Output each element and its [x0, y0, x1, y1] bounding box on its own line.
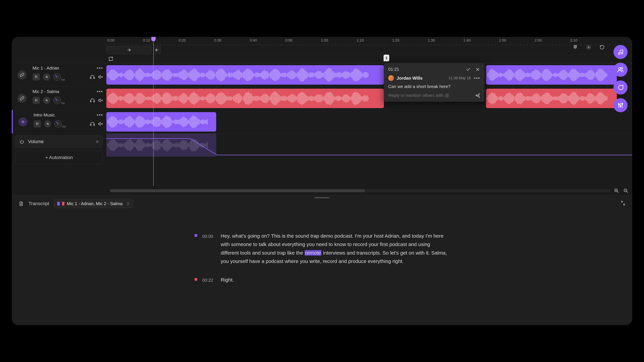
headphones-icon[interactable] — [90, 98, 95, 103]
time-ruler[interactable]: 0:000:100:200:300:400:501:001:101:201:30… — [106, 37, 632, 45]
rail-people-button[interactable] — [614, 63, 628, 77]
transcript-entry[interactable]: 00:00Hey, what's going on? This is the s… — [194, 232, 450, 266]
right-rail — [614, 45, 628, 112]
transcript-track-selector[interactable]: Mic 1 - Adrian, Mic 2 - Salma — [54, 199, 133, 208]
track-header-mic2[interactable]: Mic 2 - Salma ••• R Vol — [12, 86, 106, 110]
clip-lane-2[interactable] — [106, 86, 632, 110]
audio-clip[interactable] — [106, 112, 216, 132]
fx-icon[interactable] — [43, 97, 50, 104]
speaker-dot — [194, 278, 197, 281]
transcript-track-label: Mic 1 - Adrian, Mic 2 - Salma — [67, 201, 122, 206]
mute-icon[interactable] — [98, 121, 103, 126]
svg-point-5 — [618, 104, 620, 105]
markers-row[interactable] — [106, 45, 632, 55]
rail-music-button[interactable] — [614, 45, 628, 59]
ruler-tick: 1:30 — [428, 38, 435, 42]
check-icon[interactable] — [466, 67, 471, 72]
track-sidebar: Mic 1 - Adrian ••• R Vol — [12, 37, 106, 186]
record-arm-button[interactable]: R — [34, 120, 41, 128]
app-window: Mic 1 - Adrian ••• R Vol — [12, 37, 632, 325]
ruler-tick: 2:00 — [535, 38, 542, 42]
audio-clip[interactable] — [486, 89, 617, 108]
speaker-dot — [194, 234, 197, 237]
rail-mixer-button[interactable] — [614, 98, 628, 112]
marker-in-button[interactable] — [106, 46, 152, 54]
transcript-highlight[interactable]: remote — [304, 250, 322, 256]
track-menu-icon[interactable]: ••• — [96, 112, 103, 118]
comment-body: Can we add a short break here? — [388, 84, 480, 89]
link-icon[interactable] — [18, 70, 26, 79]
record-arm-button[interactable]: R — [32, 97, 40, 104]
zoom-in-icon[interactable] — [614, 188, 620, 194]
magnet-icon[interactable] — [572, 44, 578, 51]
ruler-tick: 1:40 — [464, 38, 470, 42]
ruler-tick: 2:10 — [570, 38, 578, 42]
close-icon[interactable]: × — [96, 139, 99, 144]
add-automation-button[interactable]: + Automation — [16, 151, 103, 164]
audio-clip[interactable] — [486, 65, 617, 85]
svg-point-3 — [618, 67, 621, 70]
volume-knob[interactable] — [54, 120, 62, 128]
tracks-canvas[interactable]: 0:000:100:200:300:400:501:001:101:201:30… — [106, 37, 632, 186]
headphones-icon[interactable] — [90, 121, 95, 126]
comment-reply-input[interactable] — [388, 93, 475, 98]
swatch-red — [62, 202, 64, 205]
refresh-icon[interactable] — [599, 44, 606, 51]
automation-chip-volume[interactable]: Volume × — [16, 135, 103, 148]
gear-icon[interactable] — [585, 44, 592, 51]
automation-chip-label: Volume — [28, 139, 44, 144]
top-toolbar — [572, 44, 606, 51]
transcript-entry[interactable]: 00:22Right. — [194, 276, 450, 284]
volume-knob[interactable] — [53, 73, 61, 81]
rail-chat-button[interactable] — [614, 80, 628, 94]
track-header-intro[interactable]: Intro Music ••• R Vol — [12, 110, 106, 133]
ruler-tick: 0:40 — [250, 38, 257, 42]
swatch-purple — [57, 202, 60, 205]
track-menu-icon[interactable]: ••• — [96, 65, 103, 71]
timeline-area: Mic 1 - Adrian ••• R Vol — [12, 37, 632, 186]
transcript-text[interactable]: Right. — [221, 276, 450, 284]
fx-icon[interactable] — [44, 120, 51, 128]
svg-point-4 — [621, 67, 623, 69]
comment-marker[interactable]: 1 — [384, 55, 389, 61]
playhead[interactable] — [153, 37, 154, 186]
clip-lane-3[interactable] — [106, 110, 632, 133]
transcript-title: Transcript — [28, 201, 49, 206]
marker-out-button[interactable] — [153, 46, 161, 54]
mute-icon[interactable] — [98, 98, 103, 103]
track-header-mic1[interactable]: Mic 1 - Adrian ••• R Vol — [12, 63, 106, 86]
record-arm-button[interactable]: R — [32, 73, 40, 81]
comment-timestamp: 01:21 — [388, 67, 399, 72]
fx-icon[interactable] — [43, 73, 50, 81]
link-icon[interactable] — [18, 94, 26, 103]
loop-row[interactable] — [106, 55, 632, 63]
power-icon — [19, 139, 24, 144]
comment-author: Jordan Wills — [397, 76, 422, 81]
comment-menu-icon[interactable]: ••• — [474, 75, 480, 81]
horizontal-scrollbar[interactable] — [110, 189, 610, 192]
send-icon[interactable] — [475, 93, 480, 98]
chevron-updown-icon — [126, 202, 130, 205]
volume-knob[interactable] — [53, 97, 61, 104]
track-name: Mic 2 - Salma — [32, 89, 59, 94]
transcript-content[interactable]: 00:00Hey, what's going on? This is the s… — [194, 232, 450, 325]
collapse-icon[interactable] — [620, 201, 626, 206]
track-menu-icon[interactable]: ••• — [96, 89, 103, 94]
clip-lane-1[interactable] — [106, 63, 632, 86]
ruler-tick: 1:00 — [321, 38, 328, 42]
zoom-out-icon[interactable] — [623, 188, 629, 194]
pane-drag-handle[interactable] — [314, 197, 330, 198]
close-icon[interactable] — [475, 67, 480, 72]
loop-icon[interactable] — [108, 56, 113, 61]
ruler-tick: 1:50 — [499, 38, 506, 42]
automation-lane[interactable] — [106, 133, 632, 157]
comment-date: 11:38 May 18 — [448, 76, 471, 80]
transcript-text[interactable]: Hey, what's going on? This is the sound … — [221, 232, 450, 266]
track-name: Mic 1 - Adrian — [32, 65, 59, 71]
ruler-tick: 0:30 — [214, 38, 221, 42]
audio-clip[interactable] — [106, 65, 384, 85]
audio-clip[interactable] — [106, 89, 384, 108]
headphones-icon[interactable] — [90, 74, 95, 79]
audio-icon[interactable] — [18, 117, 28, 126]
mute-icon[interactable] — [98, 74, 103, 79]
